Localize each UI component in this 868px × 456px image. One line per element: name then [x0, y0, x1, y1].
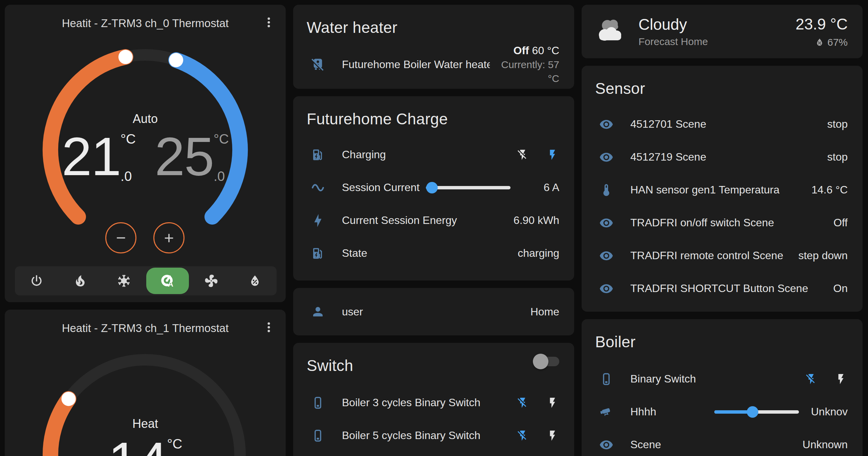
dial-low-handle[interactable] [118, 50, 133, 64]
boiler5-row[interactable]: Boiler 5 cycles Binary Switch [293, 419, 574, 452]
thermometer-icon [599, 182, 614, 198]
thermostat-ch0-mode-strip [15, 266, 277, 295]
binary-switch-on-button[interactable] [834, 372, 848, 386]
slider-thumb[interactable] [426, 182, 438, 193]
sensor-row-tradfri-shortcut[interactable]: TRADFRI SHORTCUT Button Scene On [582, 272, 863, 305]
session-energy-row[interactable]: Current Session Energy 6.90 kWh [293, 204, 574, 237]
sensor-row-tradfri-onoff[interactable]: TRADFRI on/off switch Scene Off [582, 206, 863, 239]
mode-auto-button[interactable] [146, 268, 189, 294]
entity-value: 14.6 °C [811, 184, 848, 196]
column-left: Heatit - Z-TRM3 ch_0 Thermostat Auto 21 … [5, 5, 286, 456]
boiler3-off-button[interactable] [516, 396, 529, 410]
binary-switch-off-button[interactable] [804, 372, 818, 386]
setpoint-low-decimal: .0 [121, 169, 136, 183]
setpoint-high-decimal: .0 [214, 169, 229, 183]
boiler5-on-button[interactable] [546, 429, 559, 442]
weather-summary: Cloudy Forecast Home [638, 15, 796, 47]
binary-switch-row[interactable]: Binary Switch [582, 362, 863, 395]
eye-icon [599, 281, 614, 296]
sensor-row-4512701[interactable]: 4512701 Scene stop [582, 108, 863, 141]
session-current-slider[interactable] [426, 186, 511, 189]
boiler3-on-button[interactable] [546, 396, 559, 410]
thermostat-auto-icon [160, 273, 175, 288]
state-value: charging [518, 247, 559, 260]
eye-icon [599, 248, 614, 264]
thermostat-ch1-mode-label: Heat [5, 417, 286, 431]
weather-humidity-value: 67% [827, 36, 848, 49]
mode-power-button[interactable] [15, 268, 58, 294]
boiler3-row[interactable]: Boiler 3 cycles Binary Switch [293, 386, 574, 419]
entity-value: Unknown [803, 438, 848, 451]
binary-switch-icon [310, 395, 326, 411]
thermostat-card-ch0: Heatit - Z-TRM3 ch_0 Thermostat Auto 21 … [5, 5, 286, 302]
mode-dry-button[interactable] [234, 268, 276, 294]
weather-card[interactable]: Cloudy Forecast Home 23.9 °C 67% [582, 5, 863, 58]
setpoint-high-unit: °C [214, 132, 229, 146]
cloudy-icon [594, 15, 629, 48]
state-target: 60 °C [532, 44, 559, 57]
current-ac-icon [310, 180, 326, 195]
water-heater-card: Water heater Futurehome Boiler Water hea… [293, 5, 574, 89]
sensor-row-4512719[interactable]: 4512719 Scene stop [582, 141, 863, 173]
setpoint-high-value: 25 [155, 129, 214, 184]
sensor-title: Sensor [582, 66, 863, 100]
user-row[interactable]: user Home [293, 288, 574, 335]
user-card: user Home [293, 288, 574, 335]
temp-increase-button[interactable]: + [153, 222, 185, 253]
weather-temperature: 23.9 °C [796, 14, 848, 35]
lightning-bolt-icon [310, 213, 326, 228]
dial-high-handle[interactable] [169, 53, 183, 67]
hhhh-slider[interactable] [714, 410, 799, 414]
thermostat-ch0-buttons: − + [5, 222, 286, 253]
setpoint-low-value: 21 [62, 129, 121, 184]
flash-off-icon [517, 149, 529, 161]
thermostat-ch0-mode-label: Auto [5, 112, 286, 126]
entity-value: Off [833, 216, 848, 229]
eye-icon [599, 117, 614, 132]
entity-name: TRADFRI SHORTCUT Button Scene [630, 282, 823, 295]
temp-decrease-button[interactable]: − [105, 222, 136, 253]
mode-heat-button[interactable] [59, 268, 102, 294]
sensor-row-han-temperature[interactable]: HAN sensor gen1 Temperatura 14.6 °C [582, 173, 863, 206]
setpoint-low-unit: °C [121, 132, 136, 146]
hhhh-row[interactable]: Hhhh Unknov [582, 395, 863, 428]
entity-name: Scene [630, 438, 793, 451]
water-heater-row[interactable]: Futurehome Boiler Water heater Off 60 °C… [293, 44, 574, 85]
sensor-card: Sensor 4512701 Scene stop 4512719 Scene … [582, 66, 863, 312]
water-percent-icon [815, 37, 825, 47]
sensor-row-tradfri-remote[interactable]: TRADFRI remote control Scene step down [582, 239, 863, 272]
binary-switch-icon [599, 371, 614, 387]
binary-switch-icon [310, 428, 326, 443]
account-icon [310, 304, 326, 319]
charging-off-button[interactable] [516, 148, 529, 162]
entity-name: 4512719 Scene [630, 151, 817, 163]
flash-off-icon [517, 397, 529, 409]
dashboard: Heatit - Z-TRM3 ch_0 Thermostat Auto 21 … [0, 0, 868, 456]
entity-name: Hhhh [630, 406, 714, 418]
state-row[interactable]: State charging [293, 237, 574, 270]
charging-on-button[interactable] [546, 148, 559, 162]
setpoint-value: 14 [108, 434, 167, 456]
entity-value: stop [827, 118, 848, 130]
state-mode: Off [514, 44, 529, 57]
charging-row[interactable]: Charging [293, 138, 574, 171]
flash-icon [546, 397, 559, 409]
fan-icon [204, 273, 219, 288]
dial-handle[interactable] [62, 392, 76, 406]
boiler5-off-button[interactable] [516, 429, 529, 442]
switch-card: Switch Boiler 3 cycles Binary Switch Boi… [293, 343, 574, 456]
boiler-scene-row[interactable]: Scene Unknown [582, 428, 863, 456]
setpoint-low: 21 °C .0 [62, 129, 136, 184]
toggle-thumb[interactable] [533, 354, 548, 369]
weather-source: Forecast Home [638, 36, 796, 48]
charge-card: Futurehome Charge Charging Session Curre… [293, 96, 574, 281]
ev-station-icon [310, 147, 326, 163]
switch-group-toggle[interactable] [535, 357, 559, 366]
session-current-row[interactable]: Session Current 6 A [293, 171, 574, 204]
mode-fan-button[interactable] [190, 268, 233, 294]
charge-title: Futurehome Charge [293, 96, 574, 131]
mode-cool-button[interactable] [103, 268, 145, 294]
thermostat-ch1-setpoint: 14 °C [5, 434, 286, 456]
slider-thumb[interactable] [747, 406, 758, 418]
setpoint-high: 25 °C .0 [155, 129, 229, 184]
